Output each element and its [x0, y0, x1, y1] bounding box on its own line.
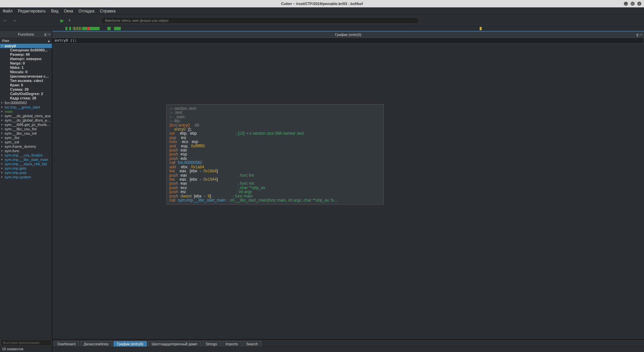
functions-tree[interactable]: ▾entry0Смещение 0x00000...Размер: 49Импо…: [0, 44, 52, 338]
bottom-tabs: DashboardДизассемблерГрафик (entry0)Шест…: [52, 339, 644, 347]
caret-icon: ▸: [1, 140, 5, 143]
column-name: Имя: [2, 39, 9, 43]
caret-icon: ▸: [1, 175, 5, 178]
tab-0[interactable]: Dashboard: [54, 341, 79, 347]
menu-вид[interactable]: Вид: [51, 9, 58, 13]
statusbar: [52, 347, 644, 352]
filter-input[interactable]: [1, 339, 52, 346]
caret-icon: ▸: [1, 132, 5, 135]
function-item[interactable]: ▸sym._init: [0, 140, 52, 144]
caret-icon: ▸: [1, 101, 5, 104]
play-button[interactable]: ▶: [60, 18, 64, 23]
main-area: Functions ◧ ✕ Имя ▴ ▾entry0Смещение 0x00…: [0, 31, 644, 352]
minimize-button[interactable]: –: [624, 2, 628, 6]
caret-icon: ▸: [1, 171, 5, 174]
function-item[interactable]: ▸sym.__do_global_ctors_aux: [0, 114, 52, 118]
function-item[interactable]: ▸sym.frame_dummy: [0, 144, 52, 148]
caret-icon: ▸: [1, 127, 5, 130]
function-property: Импорт: неверно: [0, 57, 52, 61]
function-item[interactable]: ▸sym.imp.__libc_start_main: [0, 157, 52, 162]
function-property: Nbbs: 1: [0, 65, 52, 70]
function-item[interactable]: ▸sym._fini: [0, 135, 52, 140]
functions-panel: Functions ◧ ✕ Имя ▴ ▾entry0Смещение 0x00…: [0, 31, 52, 352]
caret-icon: ▸: [1, 158, 5, 161]
function-item-entry0[interactable]: ▾entry0: [0, 44, 52, 48]
forward-button[interactable]: →: [12, 17, 17, 24]
address-input[interactable]: [101, 17, 419, 24]
graph-header: График (entry0) ◧ ✕: [52, 31, 644, 38]
maximize-button[interactable]: ▢: [631, 2, 635, 6]
caret-icon: ▾: [1, 44, 5, 47]
functions-header: Functions ◧ ✕: [0, 31, 52, 38]
functions-column-header[interactable]: Имя ▴: [0, 38, 52, 44]
functions-title: Functions: [18, 32, 34, 36]
disasm-node[interactable]: ;-- section..text: ;-- .text: ;-- _start…: [166, 104, 384, 205]
caret-icon: ▸: [1, 145, 5, 148]
menu-файл[interactable]: Файл: [3, 9, 13, 13]
detach-icon[interactable]: ◧: [44, 33, 47, 36]
window-titlebar: Cutter – /root/CTF/2019/pwnable.kr/03 - …: [0, 0, 644, 7]
tab-2[interactable]: График (entry0): [113, 341, 147, 347]
function-property: Смещение 0x00000...: [0, 48, 52, 52]
graph-title: График (entry0): [335, 33, 362, 37]
function-item[interactable]: ▸sym.imp.system: [0, 175, 52, 179]
graph-canvas[interactable]: ;-- section..text: ;-- .text: ;-- _start…: [52, 44, 644, 339]
caret-icon: ▸: [1, 110, 5, 113]
menu-справка[interactable]: Справка: [100, 9, 115, 13]
function-property: Края: 0: [0, 83, 52, 87]
play-dropdown[interactable]: ▼: [68, 19, 71, 22]
close-button[interactable]: ×: [637, 2, 641, 6]
function-property: Цикломатическая с...: [0, 74, 52, 79]
detach-icon[interactable]: ◧: [636, 33, 639, 37]
menu-редактировать[interactable]: Редактировать: [18, 9, 46, 13]
caret-icon: ▸: [1, 105, 5, 108]
function-item[interactable]: ▸sym.__libc_csu_fini: [0, 127, 52, 131]
back-button[interactable]: ←: [3, 17, 8, 24]
function-property: Nlocals: 0: [0, 70, 52, 74]
function-item[interactable]: ▸main: [0, 109, 52, 114]
function-signature[interactable]: entry0 ();: [52, 38, 644, 44]
tab-3[interactable]: Шестнадцатеричный дамп: [148, 341, 201, 347]
function-item[interactable]: ▸fcn.00000562: [0, 100, 52, 105]
caret-icon: ▸: [1, 149, 5, 152]
tab-1[interactable]: Дизассемблер: [80, 341, 112, 347]
close-panel-icon[interactable]: ✕: [48, 33, 51, 36]
tab-6[interactable]: Search: [243, 341, 262, 347]
function-property: Calls/OutDegree: 2: [0, 92, 52, 96]
function-item[interactable]: ▸sym.imp.puts: [0, 170, 52, 175]
function-item[interactable]: ▸sym.__do_global_dtors_aux: [0, 118, 52, 122]
caret-icon: ▸: [1, 136, 5, 139]
close-panel-icon[interactable]: ✕: [640, 33, 643, 37]
memory-overview[interactable]: [0, 26, 644, 31]
menu-отладка[interactable]: Отладка: [78, 9, 94, 13]
function-item[interactable]: ▸sym.__libc_csu_init: [0, 131, 52, 135]
function-item[interactable]: ▸loc.imp.__gmon_start: [0, 105, 52, 109]
function-item[interactable]: ▸sym.imp.__cxa_finalize: [0, 153, 52, 157]
function-property: Кадр стека: 28: [0, 96, 52, 100]
toolbar: ← → ▶ ▼: [0, 15, 644, 26]
tab-5[interactable]: Imports: [222, 341, 241, 347]
function-property: Nargs: 0: [0, 61, 52, 65]
function-property: Сумма: 29: [0, 87, 52, 92]
caret-icon: ▸: [1, 119, 5, 122]
function-property: Тип вызова: cdecl: [0, 79, 52, 83]
caret-icon: ▸: [1, 167, 5, 170]
function-property: Размер: 49: [0, 52, 52, 57]
sort-arrow-icon: ▴: [48, 39, 50, 43]
caret-icon: ▸: [1, 153, 5, 157]
caret-icon: ▸: [1, 114, 5, 117]
menu-окна[interactable]: Окна: [64, 9, 73, 13]
graph-panel: График (entry0) ◧ ✕ entry0 (); ;-- secti…: [52, 31, 644, 352]
window-title: Cutter – /root/CTF/2019/pwnable.kr/03 - …: [281, 2, 363, 6]
function-item[interactable]: ▸sym.imp.gets: [0, 166, 52, 170]
caret-icon: ▸: [1, 162, 5, 165]
function-item[interactable]: ▸sym.imp.__stack_chk_fail: [0, 162, 52, 166]
menu-bar: ФайлРедактироватьВидОкнаОтладкаСправка: [0, 7, 644, 15]
tab-4[interactable]: Strings: [202, 341, 221, 347]
function-item[interactable]: ▸sym.__i686.get_pc_thunk.bx: [0, 122, 52, 127]
function-item[interactable]: ▸sym.func: [0, 148, 52, 153]
functions-status: 19 элементов: [0, 347, 52, 352]
caret-icon: ▸: [1, 123, 5, 126]
